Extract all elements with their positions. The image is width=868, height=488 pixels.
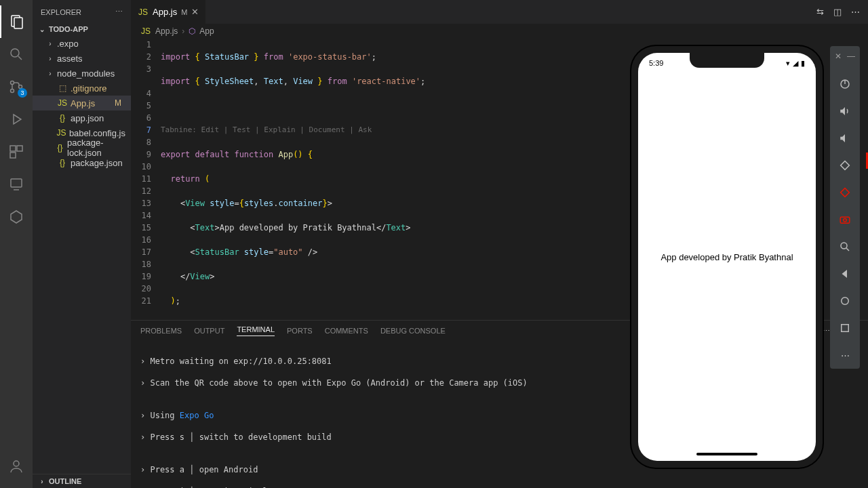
power-icon[interactable] bbox=[837, 76, 853, 92]
activity-search-icon[interactable] bbox=[0, 38, 33, 70]
svg-marker-13 bbox=[11, 211, 22, 223]
svg-rect-25 bbox=[842, 325, 849, 332]
volume-up-icon[interactable] bbox=[837, 103, 853, 119]
activity-extensions-icon[interactable] bbox=[0, 136, 33, 168]
svg-rect-18 bbox=[841, 188, 850, 197]
panel-tab-terminal[interactable]: TERMINAL bbox=[237, 325, 275, 336]
zoom-icon[interactable] bbox=[837, 239, 853, 255]
activity-debug-icon[interactable] bbox=[0, 103, 33, 136]
symbol-icon: ⬡ bbox=[189, 26, 195, 36]
svg-point-21 bbox=[841, 243, 847, 249]
activity-scm-icon[interactable]: 3 bbox=[0, 70, 33, 103]
svg-rect-11 bbox=[11, 179, 22, 187]
explorer-title: EXPLORER bbox=[41, 8, 81, 16]
rotate-right-icon[interactable] bbox=[837, 184, 853, 201]
overview-icon[interactable] bbox=[837, 320, 853, 336]
tree-file[interactable]: {}package-lock.json bbox=[33, 140, 131, 155]
tree-file[interactable]: ⬚.gitignore bbox=[33, 81, 131, 96]
rotate-left-icon[interactable] bbox=[837, 157, 853, 174]
screenshot-icon[interactable] bbox=[837, 211, 853, 228]
chevron-right-icon: › bbox=[38, 478, 46, 485]
line-gutter: 1 2 3 4 5 6 7 8 9 10 11 12 13 14 15 16 1… bbox=[131, 39, 161, 320]
svg-marker-23 bbox=[842, 270, 848, 278]
svg-point-14 bbox=[14, 461, 19, 466]
sidebar: EXPLORER ⋯ ⌄ TODO-APP ›.expo ›assets ›no… bbox=[33, 0, 131, 488]
js-icon: JS bbox=[138, 7, 149, 17]
tab-modified-indicator: M bbox=[181, 8, 187, 16]
tree-folder[interactable]: ›node_modules bbox=[33, 66, 131, 81]
phone-app-content: App developed by Pratik Byathnal bbox=[638, 53, 816, 461]
activity-hex-icon[interactable] bbox=[0, 201, 33, 233]
tree-file[interactable]: {}package.json bbox=[33, 155, 131, 170]
svg-point-20 bbox=[844, 219, 847, 222]
svg-rect-8 bbox=[10, 146, 16, 151]
panel-tab-problems[interactable]: PROBLEMS bbox=[140, 327, 182, 335]
chevron-down-icon: ⌄ bbox=[38, 26, 46, 33]
svg-rect-10 bbox=[10, 152, 16, 158]
breadcrumbs[interactable]: JS App.js › ⬡ App bbox=[131, 24, 868, 39]
project-name: TODO-APP bbox=[49, 25, 88, 33]
svg-point-4 bbox=[11, 81, 14, 85]
tab-close-icon[interactable]: ✕ bbox=[191, 7, 199, 17]
volume-down-icon[interactable] bbox=[837, 130, 853, 146]
split-editor-icon[interactable]: ◫ bbox=[833, 7, 842, 17]
more-icon[interactable]: ⋯ bbox=[837, 347, 853, 363]
outline-header[interactable]: › OUTLINE bbox=[33, 474, 131, 488]
activity-account-icon[interactable] bbox=[0, 450, 33, 483]
js-icon: JS bbox=[140, 26, 151, 36]
activity-bar: 3 bbox=[0, 0, 33, 488]
svg-point-2 bbox=[11, 49, 19, 57]
svg-rect-19 bbox=[840, 217, 850, 223]
svg-rect-17 bbox=[841, 161, 850, 170]
svg-rect-1 bbox=[14, 18, 22, 28]
activity-remote-icon[interactable] bbox=[0, 168, 33, 201]
svg-line-3 bbox=[18, 56, 22, 60]
panel-tab-debug[interactable]: DEBUG CONSOLE bbox=[380, 327, 446, 335]
tree-file-active[interactable]: JSApp.jsM bbox=[33, 96, 131, 110]
emulator-minimize-icon[interactable]: — bbox=[847, 52, 855, 61]
svg-rect-9 bbox=[17, 146, 22, 151]
emulator-close-icon[interactable]: ✕ bbox=[835, 52, 842, 61]
tab-bar: JS App.js M ✕ ⇆ ◫ ⋯ bbox=[131, 0, 868, 24]
main-area: JS App.js M ✕ ⇆ ◫ ⋯ JS App.js › ⬡ App 1 … bbox=[131, 0, 868, 488]
phone-screen[interactable]: 5:39 ▾ ◢ ▮ App developed by Pratik Byath… bbox=[638, 53, 816, 461]
scm-badge: 3 bbox=[18, 88, 27, 98]
panel-tab-ports[interactable]: PORTS bbox=[287, 327, 313, 335]
svg-marker-7 bbox=[14, 115, 21, 124]
compare-icon[interactable]: ⇆ bbox=[816, 7, 824, 17]
more-icon[interactable]: ⋯ bbox=[851, 7, 860, 17]
panel-tab-comments[interactable]: COMMENTS bbox=[325, 327, 368, 335]
phone-navbar bbox=[696, 453, 757, 455]
svg-point-5 bbox=[11, 89, 14, 93]
tree-file[interactable]: {}app.json bbox=[33, 110, 131, 125]
project-header[interactable]: ⌄ TODO-APP bbox=[33, 24, 131, 35]
android-emulator: 5:39 ▾ ◢ ▮ App developed by Pratik Byath… bbox=[631, 46, 823, 468]
phone-frame: 5:39 ▾ ◢ ▮ App developed by Pratik Byath… bbox=[631, 46, 823, 468]
svg-point-24 bbox=[842, 298, 849, 305]
explorer-more-icon[interactable]: ⋯ bbox=[115, 7, 123, 16]
tree-folder[interactable]: ›.expo bbox=[33, 36, 131, 51]
svg-line-22 bbox=[846, 248, 849, 251]
sidebar-header: EXPLORER ⋯ bbox=[33, 0, 131, 24]
tab-actions: ⇆ ◫ ⋯ bbox=[816, 0, 868, 24]
tree-folder[interactable]: ›assets bbox=[33, 51, 131, 66]
file-tree: ›.expo ›assets ›node_modules ⬚.gitignore… bbox=[33, 35, 131, 171]
home-icon[interactable] bbox=[837, 293, 853, 309]
more-icon[interactable]: ⋯ bbox=[823, 327, 830, 336]
tab-filename: App.js bbox=[153, 7, 177, 17]
activity-explorer-icon[interactable] bbox=[0, 5, 33, 38]
panel-tab-output[interactable]: OUTPUT bbox=[194, 327, 224, 335]
back-icon[interactable] bbox=[837, 266, 853, 282]
emulator-toolbar: ✕ — ⋯ bbox=[830, 46, 860, 369]
editor-tab[interactable]: JS App.js M ✕ bbox=[131, 0, 206, 24]
